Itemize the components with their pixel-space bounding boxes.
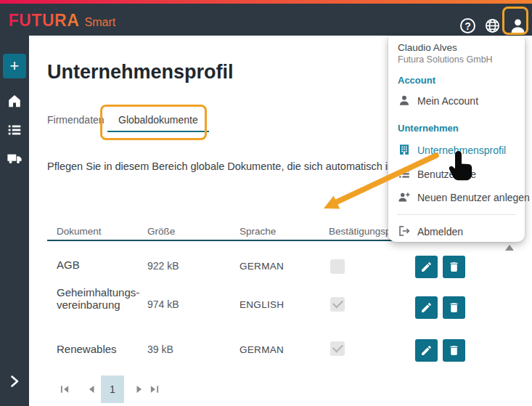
document-language: GERMAN — [240, 261, 284, 272]
menu-item-label: Abmelden — [417, 226, 463, 237]
user-list-icon — [398, 167, 411, 183]
pagination-next-icon[interactable] — [135, 383, 144, 397]
document-name: AGB — [57, 259, 80, 271]
brand-name: FUTURA — [9, 11, 80, 31]
user-name: Claudio Alves — [398, 42, 457, 53]
pagination-last-icon[interactable] — [150, 383, 159, 397]
document-size: 39 kB — [147, 344, 173, 355]
pagination-prev-icon[interactable] — [87, 383, 96, 397]
app-window: FUTURASmart ? + Unternehmensprofil Firme… — [0, 0, 532, 406]
menu-item-label: Neuen Benutzer anlegen — [417, 192, 530, 203]
edit-document-button[interactable] — [415, 296, 438, 319]
section-description: Pflegen Sie in diesem Bereich globale Do… — [47, 161, 439, 172]
brand-logo: FUTURASmart — [9, 11, 115, 31]
scroll-up-icon[interactable] — [505, 245, 514, 251]
menu-item-unternehmensprofil[interactable]: Unternehmensprofil — [388, 142, 525, 160]
account-avatar-icon[interactable] — [509, 17, 527, 38]
sidebar: + — [0, 36, 29, 406]
person-icon — [398, 94, 411, 110]
menu-item-label: Mein Account — [417, 95, 478, 107]
pagination-page-1[interactable]: 1 — [101, 375, 124, 403]
menu-item-label: Benutzerliste — [417, 169, 476, 180]
add-button[interactable]: + — [3, 54, 26, 78]
menu-item-neuen-benutzer-anlegen[interactable]: Neuen Benutzer anlegen — [388, 190, 525, 207]
confirmation-checkbox[interactable] — [330, 259, 345, 274]
page-title: Unternehmensprofil — [47, 61, 234, 84]
document-name: Geheimhaltungs- vereinbarung — [57, 286, 139, 311]
delete-document-button[interactable] — [443, 256, 465, 278]
menu-item-mein-account[interactable]: Mein Account — [388, 93, 525, 110]
building-icon — [398, 143, 411, 159]
sidebar-expand-icon[interactable] — [6, 373, 23, 393]
confirmation-checkbox[interactable] — [330, 297, 345, 312]
truck-icon[interactable] — [7, 150, 22, 169]
user-company: Futura Solutions GmbH — [398, 54, 493, 65]
user-menu-dropdown: Claudio Alves Futura Solutions GmbH Acco… — [388, 36, 525, 242]
document-size: 922 kB — [147, 260, 179, 272]
column-header-sprache: Sprache — [240, 226, 276, 237]
menu-divider — [397, 214, 516, 215]
document-language: ENGLISH — [240, 299, 284, 310]
document-size: 974 kB — [147, 299, 179, 310]
edit-document-button[interactable] — [415, 256, 438, 278]
person-add-icon — [398, 190, 411, 206]
edit-document-button[interactable] — [415, 339, 438, 362]
delete-document-button[interactable] — [443, 296, 465, 319]
column-header-dokument: Dokument — [57, 226, 102, 237]
document-language: GERMAN — [240, 344, 284, 355]
logout-icon — [398, 224, 411, 240]
home-icon[interactable] — [7, 93, 22, 112]
tab-globaldokumente[interactable]: Globaldokumente — [118, 114, 198, 126]
list-icon[interactable] — [7, 122, 22, 141]
pagination-first-icon[interactable] — [60, 383, 70, 397]
menu-section-account: Account — [398, 75, 435, 86]
app-header: FUTURASmart ? — [0, 4, 532, 36]
help-icon[interactable]: ? — [460, 18, 475, 33]
confirmation-checkbox[interactable] — [330, 341, 345, 356]
document-name: Renewables — [57, 343, 117, 355]
delete-document-button[interactable] — [443, 339, 465, 362]
menu-item-benutzerliste[interactable]: Benutzerliste — [388, 166, 525, 184]
brand-suffix: Smart — [85, 16, 116, 28]
column-header-groesse: Größe — [147, 226, 175, 237]
tab-firmendaten[interactable]: Firmendaten — [47, 114, 105, 126]
menu-item-abmelden[interactable]: Abmelden — [388, 224, 525, 241]
menu-item-label: Unternehmensprofil — [417, 145, 506, 156]
menu-section-unternehmen: Unternehmen — [398, 123, 459, 134]
column-header-bestaetigung: Bestätigungsp — [329, 226, 391, 237]
globe-icon[interactable] — [484, 17, 501, 37]
